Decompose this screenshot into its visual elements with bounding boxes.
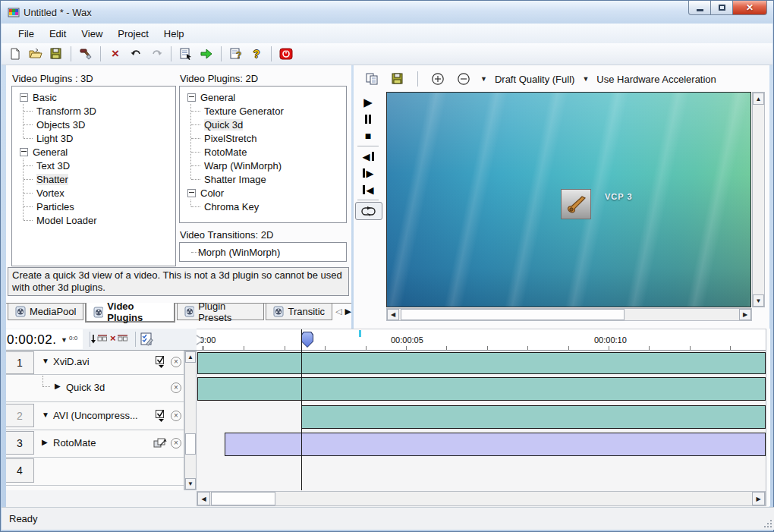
exit-button[interactable] (277, 46, 295, 62)
open-button[interactable] (27, 46, 45, 62)
loop-button[interactable] (355, 202, 382, 220)
video-preview[interactable]: VCP 3 (386, 92, 751, 307)
tab-video-plugins[interactable]: Video Plugins (85, 303, 175, 323)
tab-scroll-right[interactable]: ▶ (345, 307, 351, 316)
save-button[interactable] (47, 46, 65, 62)
acceleration-label[interactable]: Use Hardware Acceleration (596, 74, 716, 85)
quality-label[interactable]: Draft Quality (Full) (495, 74, 574, 85)
tree-item[interactable]: Shatter Image (181, 172, 345, 186)
scroll-thumb[interactable] (185, 433, 196, 455)
tools-button[interactable] (77, 46, 95, 62)
track-row-2[interactable]: 2 ▼ AVI (Uncompress... × (6, 401, 184, 430)
about-button[interactable]: ? (247, 46, 266, 62)
tree-item[interactable]: PixelStretch (181, 131, 345, 145)
render-settings-button[interactable] (140, 332, 156, 349)
menu-edit[interactable]: Edit (42, 25, 74, 42)
track-row-1[interactable]: 1 ▼ XviD.avi × (6, 351, 184, 375)
menu-help[interactable]: Help (156, 25, 192, 42)
delete-button[interactable]: × (106, 46, 124, 62)
expand-caret-icon[interactable]: ▼ (42, 357, 49, 365)
quality-dropdown-caret[interactable]: ▼ (480, 75, 487, 83)
collapse-icon[interactable] (20, 148, 28, 156)
scroll-left-button[interactable]: ◀ (387, 309, 399, 320)
zoom-out-button[interactable] (455, 71, 473, 87)
scroll-up-button[interactable]: ▲ (185, 351, 196, 363)
tree-group-color[interactable]: Color (181, 186, 345, 200)
expand-caret-icon[interactable]: ▶ (42, 438, 48, 446)
scroll-thumb[interactable] (211, 492, 275, 505)
playhead-line[interactable] (301, 329, 302, 490)
scroll-right-button[interactable]: ▶ (739, 309, 751, 320)
maximize-button[interactable] (711, 1, 732, 15)
track-row-4[interactable]: 4 (6, 457, 184, 486)
undo-button[interactable] (127, 46, 145, 62)
tree-group-basic[interactable]: Basic (14, 90, 174, 104)
timecode-dropdown-caret[interactable]: ▼ (61, 336, 68, 344)
tree-item[interactable]: Transform 3D (14, 104, 174, 118)
redo-button[interactable] (147, 46, 165, 62)
timeline-right-scroll-strip[interactable] (766, 329, 770, 506)
add-track-button[interactable] (91, 332, 108, 347)
tree-item[interactable]: Light 3D (14, 131, 174, 145)
timeline-hscrollbar[interactable]: ◀ ▶ (197, 491, 766, 506)
tree-item[interactable]: Warp (WinMorph) (181, 159, 345, 172)
delete-track-button[interactable]: × (110, 332, 128, 347)
tree-group-general-2d[interactable]: General (181, 90, 345, 104)
tree-item[interactable]: Vortex (14, 186, 174, 200)
render-button[interactable] (197, 46, 216, 62)
track-enable-button[interactable] (155, 355, 167, 370)
timecode-display[interactable]: 0:00:02. ▼ 0:0 (6, 329, 83, 349)
resize-grip[interactable] (763, 518, 772, 528)
tree-group-general[interactable]: General (14, 145, 174, 159)
tree-item[interactable]: Model Loader (14, 213, 174, 227)
stop-button[interactable]: ■ (355, 127, 381, 144)
preview-hscrollbar[interactable]: ◀ ▶ (386, 308, 752, 321)
track-row-3[interactable]: 3 ▶ RotoMate × (6, 430, 184, 458)
help-topics-button[interactable]: ? (227, 46, 245, 62)
track-canvas[interactable] (197, 351, 766, 490)
play-button[interactable]: ▶ (355, 94, 381, 111)
tracks-vscrollbar[interactable]: ▲ ▼ (184, 351, 197, 490)
track-size-button[interactable] (153, 437, 167, 451)
tab-mediapool[interactable]: MediaPool (8, 304, 83, 320)
menu-project[interactable]: Project (110, 25, 156, 42)
close-button[interactable]: ✕ (732, 1, 767, 15)
pause-button[interactable] (355, 111, 381, 127)
track-remove-button[interactable]: × (171, 357, 181, 367)
playhead-handle[interactable] (301, 332, 313, 348)
title-bar[interactable]: Untitled * - Wax ✕ (1, 1, 773, 24)
menu-file[interactable]: File (11, 25, 42, 42)
plugin-row-quick3d[interactable]: ▶ Quick 3d × (6, 374, 184, 402)
go-to-start-button[interactable]: ◀ (355, 181, 381, 198)
acceleration-dropdown-caret[interactable]: ▼ (582, 75, 589, 83)
minimize-button[interactable] (688, 1, 711, 15)
tree-item[interactable]: Morph (WinMorph) (181, 245, 345, 259)
collapse-icon[interactable] (187, 93, 196, 102)
tree-item[interactable]: Objects 3D (14, 118, 174, 131)
tree-item[interactable]: Particles (14, 200, 174, 213)
preview-vscrollbar[interactable]: ▲ ▼ (752, 92, 765, 307)
clip-rotomate[interactable] (225, 433, 766, 456)
tab-plugin-presets[interactable]: Plugin Presets (177, 304, 264, 320)
scroll-down-button[interactable]: ▼ (185, 478, 196, 490)
tree-item[interactable]: Texture Generator (181, 104, 345, 118)
preview-document-button[interactable] (177, 46, 195, 62)
track-enable-button[interactable] (155, 409, 167, 424)
scroll-right-button[interactable]: ▶ (752, 492, 765, 505)
menu-view[interactable]: View (74, 25, 110, 42)
clip-quick3d[interactable] (197, 377, 766, 401)
tab-transitions[interactable]: Transitic (266, 304, 332, 320)
clip-xvid[interactable] (197, 352, 766, 374)
tree-item[interactable]: Shatter (14, 172, 174, 186)
step-forward-button[interactable]: ▶ (355, 165, 381, 181)
copy-frame-button[interactable] (363, 71, 381, 87)
tree-item[interactable]: Text 3D (14, 159, 174, 172)
save-frame-button[interactable] (389, 71, 407, 87)
scroll-down-button[interactable]: ▼ (753, 294, 764, 307)
tree-item[interactable]: RotoMate (181, 145, 345, 159)
track-remove-button[interactable]: × (171, 411, 181, 421)
new-button[interactable] (6, 46, 24, 62)
collapse-icon[interactable] (187, 189, 196, 197)
scroll-thumb[interactable] (401, 309, 625, 320)
collapse-icon[interactable] (20, 93, 28, 102)
